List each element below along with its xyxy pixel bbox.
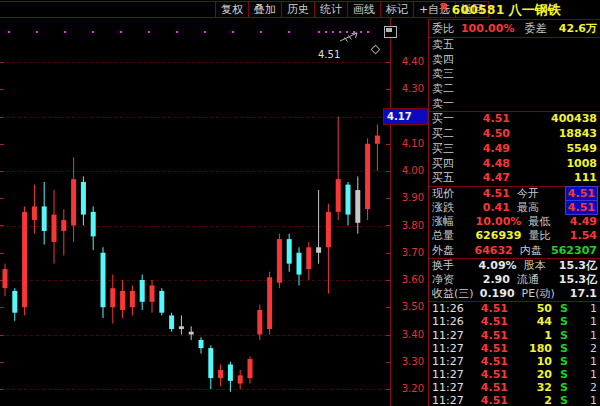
- trade-time: 11:27: [432, 342, 466, 355]
- toolbar-button[interactable]: 统计: [314, 1, 348, 18]
- sell-level-row[interactable]: 卖一: [432, 97, 597, 112]
- buy-level-price: 4.48: [468, 157, 510, 172]
- buy-level-volume: 18843: [510, 127, 597, 142]
- stock-header: R 600581 八一钢铁: [440, 1, 561, 18]
- candle-body: [287, 239, 292, 264]
- candle-body: [316, 247, 321, 252]
- candle-body: [42, 206, 47, 231]
- stat-value-text: 15.3亿: [559, 259, 597, 272]
- sell-level-row[interactable]: 卖五: [432, 38, 597, 53]
- price-axis: 4.404.304.104.003.903.803.703.603.503.40…: [391, 18, 428, 406]
- buy-level-row[interactable]: 买五4.47111: [432, 171, 597, 186]
- trade-row: 11:274.5110S1: [432, 355, 597, 368]
- toolbar-button[interactable]: 叠加: [248, 1, 282, 18]
- stat-label: 净资: [432, 273, 483, 287]
- buy-level-volume: 5549: [510, 142, 597, 157]
- stat-row: 涨幅10.00%最低4.49: [432, 215, 597, 229]
- stat-label: 内盘: [520, 244, 551, 258]
- sell-levels-section: 卖五卖四卖三卖二卖一: [429, 38, 600, 112]
- candle-body: [179, 326, 184, 329]
- candle-body: [120, 291, 125, 310]
- trade-row: 11:274.51180S2: [432, 342, 597, 355]
- trade-time: 11:27: [432, 381, 466, 394]
- candle-body: [52, 215, 57, 242]
- candle-body: [101, 253, 106, 308]
- trade-side: S: [560, 315, 578, 328]
- buy-level-price: 4.49: [468, 142, 510, 157]
- stat-row: 换手4.09%股本15.3亿: [432, 259, 597, 273]
- stat-value: 626939: [475, 229, 521, 243]
- trade-count: 1: [578, 394, 597, 406]
- candle-body: [346, 185, 351, 215]
- stat-value: 4.51: [554, 187, 597, 201]
- candle-body: [267, 277, 272, 329]
- limit-up-annotation-label: 4.51: [318, 49, 340, 60]
- stat-value-text: 4.51: [566, 187, 597, 200]
- buy-level-row[interactable]: 买四4.481008: [432, 157, 597, 172]
- candle-body: [140, 280, 145, 302]
- axis-price-label: 3.70: [391, 247, 424, 259]
- trade-row: 11:274.5120S1: [432, 368, 597, 381]
- sell-level-label: 卖三: [432, 67, 468, 82]
- stat-value: 4.51: [483, 187, 510, 201]
- candle-body: [306, 247, 311, 269]
- trade-time: 11:27: [432, 394, 466, 406]
- toolbar-spacer: [0, 1, 216, 18]
- time-sales-list: 11:264.5150S111:264.5144S111:274.511S111…: [429, 302, 600, 406]
- candle-body: [91, 212, 96, 237]
- candle-body: [228, 364, 233, 380]
- candle-body: [375, 136, 380, 144]
- candle-body: [32, 206, 37, 220]
- buy-level-price: 4.51: [468, 112, 510, 127]
- trade-side: S: [560, 381, 578, 394]
- weicha-label: 委差: [524, 20, 558, 37]
- trade-side: S: [560, 394, 578, 406]
- stat-value: 64632: [474, 244, 512, 258]
- buy-level-row[interactable]: 买三4.495549: [432, 142, 597, 157]
- stat-row: 外盘64632内盘562307: [432, 244, 597, 258]
- axis-price-label: 4.00: [391, 165, 424, 177]
- toolbar-button[interactable]: 标记: [380, 1, 414, 18]
- restore-window-icon[interactable]: [384, 26, 397, 38]
- buy-level-label: 买五: [432, 171, 468, 186]
- annotation-arrow-head: [352, 33, 358, 34]
- axis-price-label: 4.40: [391, 56, 424, 68]
- sell-level-label: 卖四: [432, 53, 468, 68]
- stat-row: 涨跌0.41最高4.51: [432, 201, 597, 215]
- toolbar-button[interactable]: 历史: [281, 1, 315, 18]
- stat-value: 4.51: [554, 201, 597, 215]
- current-price-axis-box: 4.17: [383, 108, 428, 125]
- stat-value: 15.3亿: [554, 273, 597, 287]
- stat-value: 562307: [551, 244, 597, 258]
- trade-volume: 32: [508, 381, 552, 394]
- buy-level-volume: 400438: [510, 112, 597, 127]
- stat-value: 0.41: [483, 201, 510, 215]
- sell-level-row[interactable]: 卖二: [432, 82, 597, 97]
- buy-level-row[interactable]: 买二4.5018843: [432, 127, 597, 142]
- buy-level-label: 买四: [432, 157, 468, 172]
- sell-level-row[interactable]: 卖三: [432, 67, 597, 82]
- toolbar-button[interactable]: 复权: [215, 1, 249, 18]
- stat-row: 总量626939量比1.54: [432, 229, 597, 243]
- quote-panel: 委比 100.00% 委差 42.6万 卖五卖四卖三卖二卖一 买一4.51400…: [428, 19, 600, 406]
- candle-body: [159, 291, 164, 313]
- trade-count: 2: [578, 342, 597, 355]
- stat-row: 现价4.51今开4.51: [432, 187, 597, 201]
- candle-body: [61, 220, 66, 231]
- buy-level-row[interactable]: 买一4.51400438: [432, 112, 597, 127]
- trade-time: 11:27: [432, 329, 466, 342]
- trade-price: 4.51: [466, 368, 508, 381]
- kline-chart[interactable]: [0, 18, 391, 406]
- kline-chart-area[interactable]: 4.51: [0, 18, 391, 406]
- buy-level-label: 买二: [432, 127, 468, 142]
- candle-body: [218, 370, 223, 378]
- stat-value-text: 15.3亿: [559, 273, 597, 286]
- candle-body: [12, 291, 17, 313]
- stat-value: 4.09%: [478, 259, 516, 273]
- sell-level-row[interactable]: 卖四: [432, 53, 597, 68]
- stat-label: 流通: [517, 273, 554, 287]
- axis-price-label: 3.40: [391, 329, 424, 341]
- trade-volume: 1: [508, 329, 552, 342]
- toolbar-button[interactable]: 画线: [347, 1, 381, 18]
- stat-label: 涨幅: [432, 215, 476, 229]
